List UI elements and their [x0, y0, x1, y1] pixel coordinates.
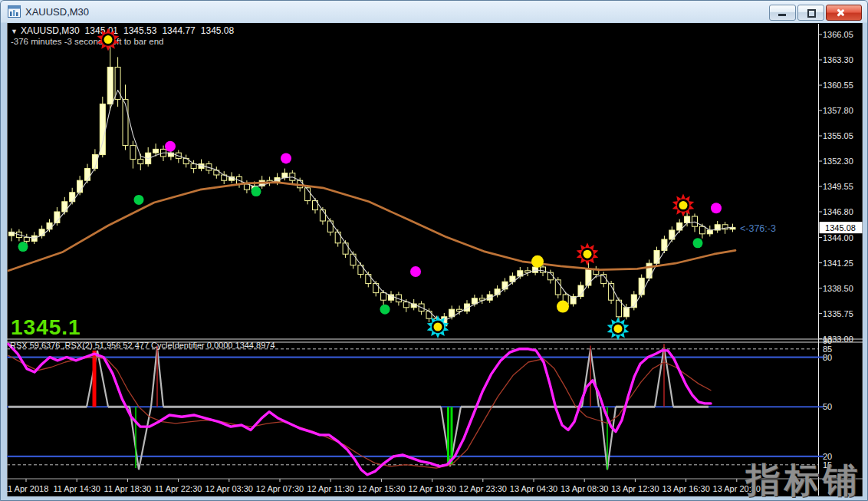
minimize-button[interactable] — [769, 5, 796, 21]
minimize-icon — [778, 14, 786, 16]
maximize-button[interactable] — [797, 5, 824, 21]
maximize-icon — [807, 9, 816, 18]
close-button[interactable] — [826, 5, 862, 21]
title-bar[interactable]: XAUUSD,M30 — [1, 1, 867, 23]
chart-window: ▼XAUUSD,M301345.011345.531344.771345.08 … — [7, 23, 863, 496]
indicator-panel-area[interactable] — [7, 342, 818, 480]
price-axis[interactable] — [818, 23, 863, 480]
chart-icon — [8, 5, 21, 18]
screen: { "window": { "title": "XAUUSD,M30" }, "… — [0, 0, 868, 501]
window-title: XAUUSD,M30 — [25, 6, 89, 18]
main-chart-area[interactable] — [7, 23, 818, 339]
window: XAUUSD,M30 ▼XAUUSD,M301345.011345.531344… — [0, 0, 868, 501]
time-axis[interactable] — [7, 480, 818, 496]
